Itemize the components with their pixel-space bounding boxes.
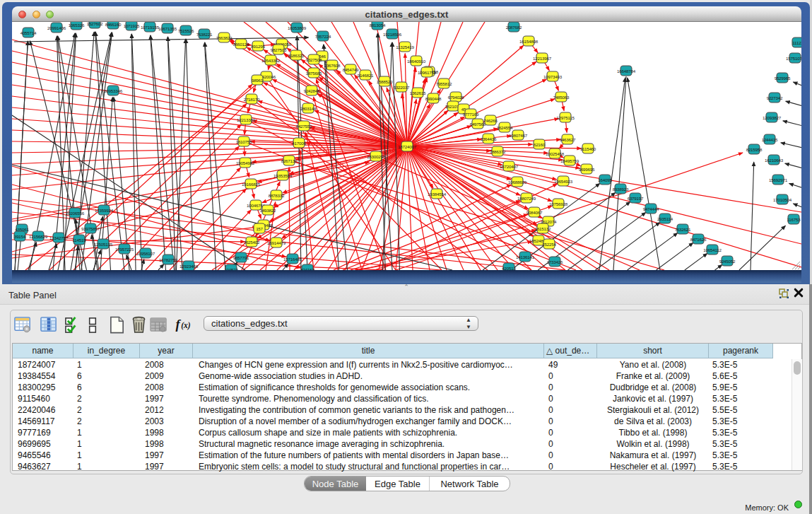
svg-text:891295: 891295	[251, 44, 265, 49]
svg-text:10025458: 10025458	[546, 151, 565, 156]
svg-text:11122: 11122	[792, 40, 801, 45]
svg-text:19054982: 19054982	[236, 160, 255, 165]
svg-text:93975857: 93975857	[81, 226, 100, 231]
svg-text:2718170: 2718170	[244, 97, 260, 102]
svg-text:2364436: 2364436	[481, 136, 497, 141]
svg-text:18495759: 18495759	[560, 158, 579, 163]
svg-text:15751074: 15751074	[786, 56, 801, 61]
svg-text:157: 157	[256, 226, 263, 231]
svg-text:18640910: 18640910	[407, 59, 426, 64]
svg-text:11325419: 11325419	[396, 45, 414, 49]
svg-text:18807249: 18807249	[517, 196, 536, 201]
svg-text:17957225: 17957225	[115, 247, 134, 252]
svg-text:16648784: 16648784	[617, 69, 636, 74]
svg-text:6794028: 6794028	[448, 95, 464, 100]
svg-text:19218506: 19218506	[383, 32, 402, 37]
svg-text:5322037: 5322037	[394, 85, 410, 90]
svg-text:7886372: 7886372	[490, 149, 506, 154]
svg-text:9529965: 9529965	[775, 76, 791, 81]
svg-text:7663822: 7663822	[216, 35, 233, 40]
svg-text:8878332: 8878332	[269, 193, 285, 198]
svg-text:114519: 114519	[73, 238, 87, 243]
svg-text:1362615: 1362615	[410, 90, 426, 95]
svg-text:1527602: 1527602	[87, 22, 103, 26]
svg-text:12342757: 12342757	[49, 235, 69, 240]
svg-text:7357224: 7357224	[315, 34, 331, 39]
svg-text:12505135: 12505135	[94, 242, 113, 247]
svg-text:10958107: 10958107	[136, 251, 155, 256]
svg-text:12975115: 12975115	[556, 115, 575, 120]
svg-text:8938923: 8938923	[613, 187, 629, 192]
svg-text:9699695: 9699695	[579, 167, 595, 172]
svg-text:20953346: 20953346	[104, 88, 123, 93]
svg-text:10961758: 10961758	[418, 70, 437, 75]
svg-text:10973493: 10973493	[543, 74, 563, 79]
svg-text:164095: 164095	[598, 177, 612, 182]
svg-text:7485063: 7485063	[553, 95, 570, 100]
svg-text:12923468: 12923468	[180, 264, 199, 269]
svg-text:39154: 39154	[14, 234, 26, 239]
svg-text:8471626: 8471626	[690, 237, 707, 242]
svg-text:20991406: 20991406	[47, 25, 66, 30]
svg-text:98961: 98961	[252, 78, 264, 83]
svg-text:10654112: 10654112	[703, 247, 722, 252]
svg-text:62160: 62160	[534, 142, 546, 147]
svg-text:116753: 116753	[787, 217, 801, 222]
svg-text:7625402: 7625402	[244, 240, 260, 245]
svg-text:10756928: 10756928	[549, 201, 568, 206]
svg-text:1588520: 1588520	[377, 79, 393, 84]
svg-text:10719155: 10719155	[141, 25, 160, 30]
svg-text:9327508: 9327508	[306, 57, 322, 62]
svg-text:9245052: 9245052	[719, 259, 736, 264]
svg-text:16154808: 16154808	[519, 39, 539, 44]
svg-text:9657791: 9657791	[233, 255, 249, 260]
svg-text:8466160: 8466160	[105, 22, 122, 27]
svg-text:10807467: 10807467	[509, 133, 528, 138]
svg-text:7632621: 7632621	[675, 227, 691, 232]
svg-text:(x): (x)	[181, 321, 191, 330]
svg-text:18724007: 18724007	[398, 144, 417, 149]
svg-text:9146821: 9146821	[358, 73, 374, 78]
svg-text:1733426: 1733426	[547, 259, 563, 264]
svg-text:12213967: 12213967	[533, 56, 552, 61]
svg-text:9463627: 9463627	[560, 137, 576, 142]
svg-text:8427552: 8427552	[296, 124, 312, 129]
svg-text:15716485: 15716485	[283, 257, 302, 262]
svg-text:8186323: 8186323	[288, 53, 305, 58]
svg-text:18300295: 18300295	[367, 154, 386, 159]
svg-text:10671355: 10671355	[158, 26, 177, 31]
svg-text:9084067: 9084067	[526, 210, 543, 215]
svg-text:1610755: 1610755	[236, 139, 252, 144]
svg-text:15692971: 15692971	[769, 177, 788, 182]
svg-text:252254: 252254	[542, 242, 556, 247]
svg-text:7955812: 7955812	[436, 81, 452, 86]
svg-text:16914479: 16914479	[267, 240, 286, 245]
svg-text:7515526: 7515526	[178, 28, 194, 33]
svg-text:12156829: 12156829	[29, 234, 48, 239]
svg-text:16053809: 16053809	[288, 25, 307, 30]
svg-text:9242848: 9242848	[304, 88, 320, 93]
svg-text:20206556: 20206556	[66, 211, 85, 216]
svg-text:3624554: 3624554	[497, 125, 513, 130]
svg-text:9474444: 9474444	[643, 206, 659, 211]
svg-text:8215958: 8215958	[746, 147, 763, 152]
svg-text:8813054: 8813054	[370, 23, 386, 28]
svg-text:1244415: 1244415	[762, 137, 778, 142]
svg-text:4055714: 4055714	[20, 30, 37, 35]
svg-text:12213389: 12213389	[237, 117, 256, 122]
svg-text:746266: 746266	[483, 118, 498, 123]
svg-text:19384554: 19384554	[428, 192, 447, 197]
svg-text:10688609: 10688609	[508, 180, 527, 185]
svg-text:2367608: 2367608	[324, 63, 341, 68]
svg-text:1615132: 1615132	[535, 226, 551, 231]
svg-text:8990448: 8990448	[425, 96, 442, 101]
svg-text:12093827: 12093827	[763, 115, 782, 120]
svg-text:8267130: 8267130	[281, 158, 298, 163]
svg-text:15720407: 15720407	[500, 164, 519, 169]
svg-text:3493822: 3493822	[260, 208, 276, 213]
svg-text:14136141: 14136141	[516, 255, 535, 259]
svg-text:17010504: 17010504	[773, 197, 792, 202]
svg-text:19166825: 19166825	[242, 182, 261, 187]
svg-text:9115460: 9115460	[580, 146, 596, 151]
svg-text:2087682: 2087682	[506, 25, 522, 30]
